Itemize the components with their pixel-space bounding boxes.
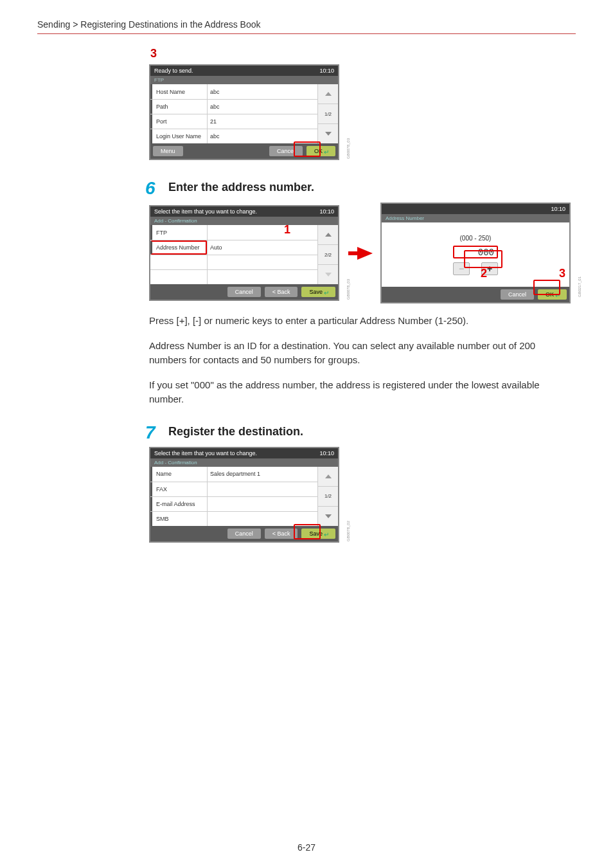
back-button[interactable]: < Back <box>265 529 298 539</box>
callout-2: 2 <box>481 267 487 280</box>
body-text: Press [+], [-] or numeric keys to enter … <box>149 314 562 329</box>
panel-time: 10:10 <box>319 208 334 215</box>
row-value[interactable]: abc <box>207 129 317 143</box>
chevron-up-icon <box>325 475 332 478</box>
row-value[interactable]: 21 <box>207 114 317 129</box>
row-empty <box>150 255 207 269</box>
row-label: Login User Name <box>150 129 207 143</box>
row-value[interactable]: abc <box>207 84 317 99</box>
panel-status: Ready to send. <box>154 68 193 74</box>
enter-icon <box>323 148 328 153</box>
row-label[interactable]: Name <box>150 467 207 482</box>
row-value <box>207 497 317 511</box>
menu-button[interactable]: Menu <box>153 146 183 156</box>
chevron-down-icon <box>325 514 332 518</box>
step-number-7: 7 <box>145 422 161 443</box>
row-label[interactable]: SMB <box>150 512 207 526</box>
panel-time: 10:10 <box>551 206 565 212</box>
scroll-down-button[interactable] <box>318 507 338 526</box>
row-empty <box>150 270 207 284</box>
panel-address-number: 10:10 Address Number (000 - 250) 000 − +… <box>380 203 571 303</box>
step-number-3: 3 <box>150 47 166 60</box>
chevron-down-icon <box>325 132 332 136</box>
page-indicator: 1/2 <box>318 487 338 507</box>
step-title-7: Register the destination. <box>168 422 303 439</box>
ok-button[interactable]: OK <box>306 146 335 156</box>
minus-button[interactable]: − <box>453 262 470 275</box>
panel-status: Select the item that you want to change. <box>154 208 257 215</box>
enter-icon <box>323 289 328 294</box>
row-value <box>207 512 317 526</box>
page-number: 6-27 <box>0 842 613 853</box>
scroll-up-button[interactable] <box>318 467 338 487</box>
enter-icon <box>554 291 559 296</box>
panel-status: Select the item that you want to change. <box>154 450 257 457</box>
row-empty <box>207 270 317 284</box>
caption: GB0078_03 <box>346 279 350 300</box>
scroll-down-button[interactable] <box>318 265 338 284</box>
row-label: Port <box>150 114 207 129</box>
panel-add-confirmation: Select the item that you want to change.… <box>149 205 339 301</box>
scroll-up-button[interactable] <box>318 84 338 104</box>
chevron-up-icon <box>325 92 332 96</box>
cancel-button[interactable]: Cancel <box>501 289 534 300</box>
breadcrumb: Sending > Registering Destinations in th… <box>0 0 613 33</box>
panel-subheader: Add - Confirmation <box>150 217 338 225</box>
number-range: (000 - 250) <box>460 235 492 242</box>
cancel-button[interactable]: Cancel <box>227 287 261 297</box>
callout-1: 1 <box>284 223 290 237</box>
ok-button[interactable]: OK <box>538 289 567 300</box>
step-title-6: Enter the address number. <box>168 178 314 194</box>
row-value <box>207 482 317 496</box>
row-label[interactable]: FTP <box>150 225 207 240</box>
row-address-number[interactable]: Address Number <box>150 240 207 255</box>
page-indicator: 1/2 <box>318 104 338 124</box>
arrow-right-icon <box>357 247 373 260</box>
enter-icon <box>323 530 328 536</box>
divider <box>37 33 576 34</box>
number-display[interactable]: 000 <box>453 246 498 258</box>
row-label: Host Name <box>150 84 207 99</box>
cancel-button[interactable]: Cancel <box>227 529 261 539</box>
callout-3: 3 <box>559 267 565 280</box>
row-value: Sales department 1 <box>207 467 317 482</box>
row-empty <box>207 255 317 269</box>
chevron-up-icon <box>325 233 332 237</box>
caption: GB0078_03 <box>346 138 350 159</box>
row-label: Path <box>150 100 207 114</box>
panel-ftp-confirm: Ready to send. 10:10 FTP Host Nameabc Pa… <box>149 64 339 160</box>
panel-subheader: Add - Confirmation <box>150 458 338 467</box>
row-value: Auto <box>207 240 317 255</box>
row-value[interactable]: abc <box>207 100 317 114</box>
save-button[interactable]: Save <box>301 529 335 539</box>
row-label[interactable]: E-mail Address <box>150 497 207 511</box>
caption: GB0217_01 <box>578 276 582 297</box>
scroll-down-button[interactable] <box>318 124 338 143</box>
save-button[interactable]: Save <box>301 287 335 297</box>
panel-subheader: Address Number <box>382 214 569 222</box>
page-indicator: 2/2 <box>318 245 338 265</box>
panel-time: 10:10 <box>319 450 334 457</box>
body-text: If you set "000" as the address number, … <box>149 378 562 407</box>
step-number-6: 6 <box>145 178 161 199</box>
cancel-button[interactable]: Cancel <box>269 146 303 156</box>
panel-subheader: FTP <box>150 76 338 84</box>
back-button[interactable]: < Back <box>265 287 298 297</box>
caption: GB0078_02 <box>346 520 350 541</box>
row-value <box>207 225 317 240</box>
row-label[interactable]: FAX <box>150 482 207 496</box>
panel-time: 10:10 <box>319 68 334 74</box>
scroll-up-button[interactable] <box>318 225 338 245</box>
chevron-down-icon <box>325 273 332 276</box>
panel-register-destination: Select the item that you want to change.… <box>149 447 339 543</box>
body-text: Address Number is an ID for a destinatio… <box>149 339 562 368</box>
